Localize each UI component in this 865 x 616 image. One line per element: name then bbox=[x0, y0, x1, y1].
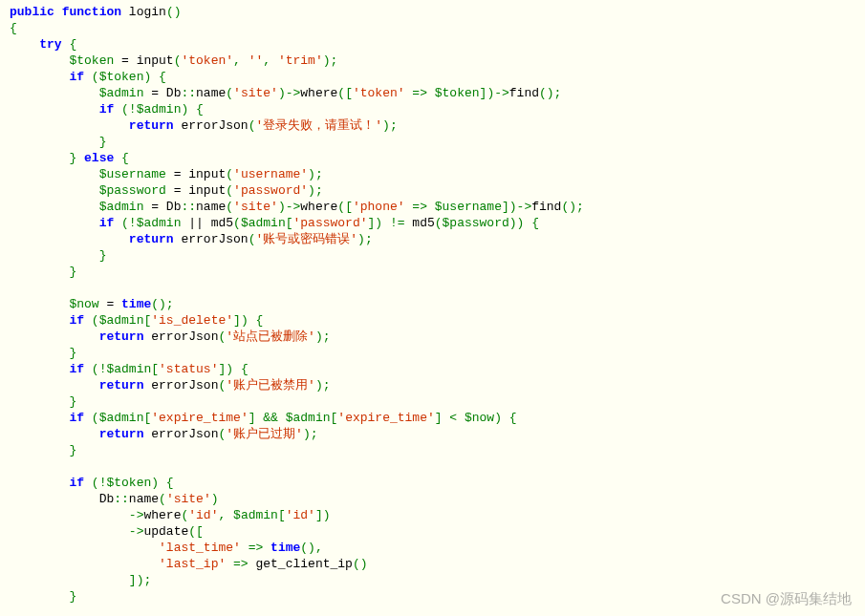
paren: ( bbox=[435, 216, 443, 230]
fn-md5: md5 bbox=[412, 216, 434, 230]
comma: , bbox=[263, 53, 278, 68]
var-admin: $admin bbox=[99, 86, 144, 100]
eq: = bbox=[114, 53, 136, 68]
code-block: public function login() { try { $token =… bbox=[0, 0, 865, 608]
paren: (); bbox=[539, 86, 561, 100]
brace: } bbox=[69, 265, 76, 279]
class-db: Db bbox=[166, 200, 182, 214]
paren: ([ bbox=[337, 86, 353, 100]
kw-public: public bbox=[10, 5, 54, 19]
arrow: => bbox=[405, 200, 435, 214]
paren: ); bbox=[382, 118, 398, 133]
kw-try: try bbox=[39, 37, 61, 52]
paren: (); bbox=[151, 297, 173, 311]
fn: errorJson bbox=[143, 329, 218, 344]
paren: ([ bbox=[337, 200, 353, 214]
fn-input: input bbox=[137, 53, 174, 68]
brace: } bbox=[69, 346, 76, 360]
str: 'site' bbox=[233, 86, 278, 100]
kw-if: if bbox=[69, 476, 84, 490]
method: find bbox=[531, 200, 561, 214]
paren: ( bbox=[226, 183, 233, 198]
paren: (! bbox=[84, 476, 106, 490]
kw-return: return bbox=[129, 118, 174, 133]
method: where bbox=[143, 508, 181, 522]
paren: ( bbox=[84, 411, 99, 425]
brace: { bbox=[121, 151, 129, 165]
brace: } bbox=[69, 589, 76, 604]
fn: input bbox=[188, 183, 226, 198]
bracket: ]) bbox=[315, 508, 331, 522]
comma: , bbox=[233, 53, 249, 68]
kw-return: return bbox=[99, 329, 144, 344]
str: 'trim' bbox=[278, 53, 323, 68]
scope: :: bbox=[181, 200, 196, 214]
class-db: Db bbox=[99, 492, 115, 506]
eq: = bbox=[166, 167, 188, 181]
method: name bbox=[196, 200, 226, 214]
var: $now bbox=[465, 411, 494, 425]
paren: ( bbox=[226, 167, 233, 181]
str: 'username' bbox=[233, 167, 308, 181]
fn: errorJson bbox=[143, 378, 218, 393]
str: 'last_ip' bbox=[159, 557, 226, 571]
brace: { bbox=[10, 21, 17, 35]
str: 'expire_time' bbox=[151, 411, 248, 425]
arrow: -> bbox=[129, 508, 144, 522]
paren: ])-> bbox=[480, 86, 509, 100]
fn: errorJson bbox=[143, 427, 218, 441]
scope: :: bbox=[181, 86, 196, 100]
fn-md5: md5 bbox=[211, 216, 233, 230]
str: '站点已被删除' bbox=[226, 329, 315, 344]
var: $admin bbox=[241, 216, 286, 230]
paren: ); bbox=[315, 329, 331, 344]
var: $username bbox=[435, 200, 502, 214]
paren: ])-> bbox=[502, 200, 531, 214]
str: 'password' bbox=[293, 216, 368, 230]
fn-time: time bbox=[270, 541, 300, 555]
var: $admin bbox=[106, 362, 151, 376]
method: update bbox=[143, 524, 188, 539]
var: $token bbox=[435, 86, 480, 100]
paren: (! bbox=[114, 102, 136, 117]
fn-name: login bbox=[129, 5, 166, 19]
method: name bbox=[129, 492, 159, 506]
bracket: ]) { bbox=[218, 362, 248, 376]
kw-return: return bbox=[99, 378, 144, 393]
paren: ) bbox=[211, 492, 219, 506]
str: 'password' bbox=[233, 183, 308, 198]
method: find bbox=[509, 86, 539, 100]
paren: () bbox=[353, 557, 368, 571]
paren: ( bbox=[233, 216, 241, 230]
fn: errorJson bbox=[174, 232, 249, 246]
var: $admin bbox=[99, 200, 144, 214]
str: 'is_delete' bbox=[151, 313, 233, 328]
fn-time: time bbox=[121, 297, 151, 311]
paren: (), bbox=[300, 541, 322, 555]
kw-if: if bbox=[69, 362, 84, 376]
kw-else: else bbox=[76, 151, 121, 165]
arrow: => bbox=[405, 86, 435, 100]
str: 'token' bbox=[353, 86, 405, 100]
eq: = bbox=[143, 200, 165, 214]
paren: ) { bbox=[143, 70, 165, 84]
class-db: Db bbox=[166, 86, 182, 100]
bracket: ]) != bbox=[368, 216, 413, 230]
kw-if: if bbox=[69, 313, 84, 328]
eq: = bbox=[143, 86, 165, 100]
str: 'id' bbox=[188, 508, 218, 522]
paren: ); bbox=[315, 378, 331, 393]
paren: ]); bbox=[129, 573, 151, 587]
paren: (! bbox=[84, 362, 106, 376]
var: $admin bbox=[99, 313, 144, 328]
paren: ); bbox=[357, 232, 373, 246]
var-token: $token bbox=[69, 53, 114, 68]
fn: get_client_ip bbox=[255, 557, 352, 571]
or: || bbox=[181, 216, 210, 230]
str: 'phone' bbox=[353, 200, 405, 214]
str: 'expire_time' bbox=[337, 411, 434, 425]
var: $token bbox=[99, 70, 144, 84]
kw-function: function bbox=[62, 5, 121, 19]
var-now: $now bbox=[69, 297, 98, 311]
kw-if: if bbox=[99, 102, 115, 117]
